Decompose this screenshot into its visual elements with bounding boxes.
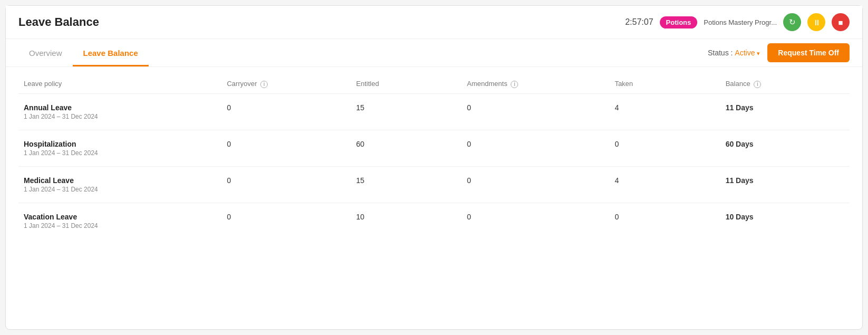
carryover-cell-2: 0: [221, 166, 350, 203]
page-title: Leave Balance: [18, 15, 99, 29]
table-row: Hospitalization 1 Jan 2024 – 31 Dec 2024…: [18, 130, 850, 166]
entitled-cell-3: 10: [351, 203, 462, 239]
stop-icon: ■: [838, 18, 843, 27]
taken-cell-3: 0: [609, 203, 720, 239]
table-row: Vacation Leave 1 Jan 2024 – 31 Dec 2024 …: [18, 203, 850, 239]
table-row: Annual Leave 1 Jan 2024 – 31 Dec 2024 0 …: [18, 93, 850, 130]
policy-cell-3: Vacation Leave 1 Jan 2024 – 31 Dec 2024: [18, 203, 221, 239]
col-header-policy: Leave policy: [18, 72, 221, 93]
potions-badge: Potions: [660, 16, 698, 28]
balance-cell-3: 10 Days: [720, 203, 850, 239]
carryover-cell-0: 0: [221, 93, 350, 130]
policy-dates-3: 1 Jan 2024 – 31 Dec 2024: [24, 222, 216, 236]
tab-overview[interactable]: Overview: [18, 39, 73, 66]
green-action-button[interactable]: ↻: [783, 13, 801, 31]
status-value: Active: [735, 49, 755, 57]
pause-action-button[interactable]: ⏸: [807, 13, 825, 31]
balance-cell-0: 11 Days: [720, 93, 850, 130]
taken-cell-2: 4: [609, 166, 720, 203]
table-row: Medical Leave 1 Jan 2024 – 31 Dec 2024 0…: [18, 166, 850, 203]
leave-balance-table: Leave policy Carryover i Entitled Amendm…: [18, 72, 850, 239]
taken-cell-0: 4: [609, 93, 720, 130]
table-container: Leave policy Carryover i Entitled Amendm…: [6, 67, 862, 329]
policy-cell-0: Annual Leave 1 Jan 2024 – 31 Dec 2024: [18, 93, 221, 130]
policy-name-2: Medical Leave: [24, 176, 216, 185]
header-right: 2:57:07 Potions Potions Mastery Progr...…: [625, 13, 850, 31]
carryover-info-icon[interactable]: i: [260, 81, 268, 88]
policy-dates-2: 1 Jan 2024 – 31 Dec 2024: [24, 186, 216, 199]
program-name: Potions Mastery Progr...: [704, 18, 777, 26]
entitled-cell-0: 15: [351, 93, 462, 130]
tabs-bar: Overview Leave Balance Status : Active ▾…: [6, 39, 862, 67]
policy-name-3: Vacation Leave: [24, 213, 216, 221]
tab-leave-balance[interactable]: Leave Balance: [73, 39, 149, 66]
policy-dates-1: 1 Jan 2024 – 31 Dec 2024: [24, 149, 216, 163]
balance-cell-2: 11 Days: [720, 166, 850, 203]
policy-name-1: Hospitalization: [24, 140, 216, 148]
balance-info-icon[interactable]: i: [754, 81, 761, 88]
policy-dates-0: 1 Jan 2024 – 31 Dec 2024: [24, 113, 216, 127]
carryover-cell-3: 0: [221, 203, 350, 239]
tabs-left: Overview Leave Balance: [18, 39, 149, 66]
pause-icon: ⏸: [813, 18, 821, 27]
taken-cell-1: 0: [609, 130, 720, 166]
amendments-cell-1: 0: [462, 130, 609, 166]
policy-name-0: Annual Leave: [24, 103, 216, 112]
amendments-cell-2: 0: [462, 166, 609, 203]
status-chevron-icon[interactable]: ▾: [757, 50, 760, 56]
entitled-cell-1: 60: [351, 130, 462, 166]
header: Leave Balance 2:57:07 Potions Potions Ma…: [6, 6, 862, 39]
col-header-carryover: Carryover i: [221, 72, 350, 93]
col-header-entitled: Entitled: [351, 72, 462, 93]
policy-cell-2: Medical Leave 1 Jan 2024 – 31 Dec 2024: [18, 166, 221, 203]
table-header-row: Leave policy Carryover i Entitled Amendm…: [18, 72, 850, 93]
policy-cell-1: Hospitalization 1 Jan 2024 – 31 Dec 2024: [18, 130, 221, 166]
amendments-cell-0: 0: [462, 93, 609, 130]
tabs-right: Status : Active ▾ Request Time Off: [708, 43, 850, 62]
col-header-amendments: Amendments i: [462, 72, 609, 93]
entitled-cell-2: 15: [351, 166, 462, 203]
col-header-balance: Balance i: [720, 72, 850, 93]
amendments-cell-3: 0: [462, 203, 609, 239]
carryover-cell-1: 0: [221, 130, 350, 166]
balance-cell-1: 60 Days: [720, 130, 850, 166]
app-container: Leave Balance 2:57:07 Potions Potions Ma…: [5, 5, 863, 330]
col-header-taken: Taken: [609, 72, 720, 93]
status-label: Status : Active ▾: [708, 49, 760, 57]
refresh-icon: ↻: [789, 17, 796, 27]
amendments-info-icon[interactable]: i: [511, 81, 518, 88]
timer-display: 2:57:07: [625, 17, 653, 27]
stop-action-button[interactable]: ■: [832, 13, 850, 31]
request-time-off-button[interactable]: Request Time Off: [767, 43, 850, 62]
